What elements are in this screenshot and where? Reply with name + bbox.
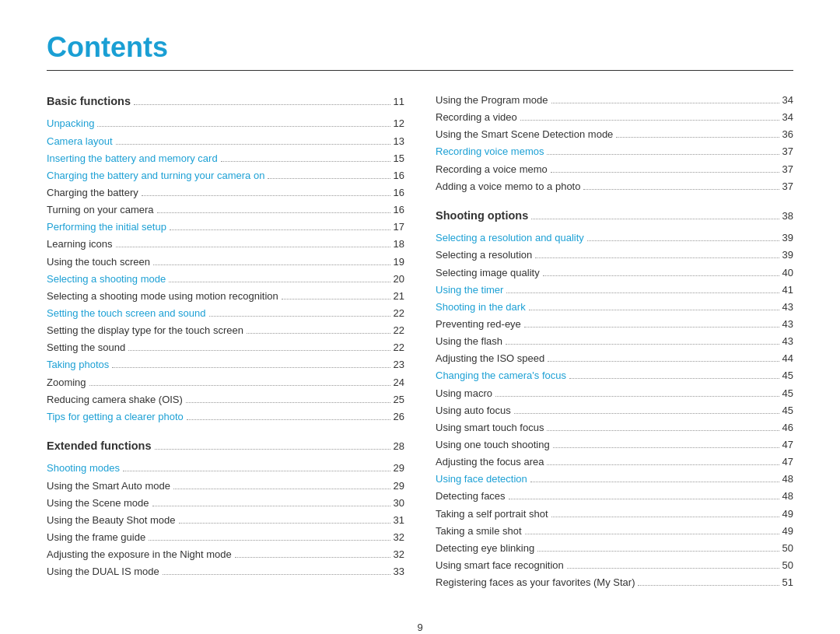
toc-section-shooting-options: Shooting options38Selecting a resolution… — [436, 207, 793, 590]
toc-item-label: Using the Smart Auto mode — [47, 478, 170, 494]
toc-item-label: Tips for getting a clearer photo — [47, 409, 184, 425]
toc-page-number: 44 — [782, 351, 793, 366]
toc-dots — [531, 219, 779, 219]
toc-dots — [583, 189, 779, 190]
toc-page-number: 50 — [782, 558, 793, 573]
toc-page-number: 34 — [782, 93, 793, 108]
toc-dots — [551, 517, 779, 517]
toc-item-label: Adjusting the ISO speed — [436, 351, 544, 366]
toc-item: Using the flash43 — [436, 334, 793, 349]
toc-page-number: 45 — [782, 403, 793, 419]
toc-dots — [116, 144, 390, 145]
page-number: 9 — [47, 622, 793, 633]
toc-page-number: 23 — [394, 357, 404, 373]
section-heading-label: Basic functions — [47, 93, 131, 110]
toc-dots — [173, 489, 390, 489]
toc-page-number: 46 — [782, 420, 793, 436]
toc-page-number: 15 — [394, 151, 404, 166]
toc-page-number: 22 — [394, 340, 404, 356]
toc-page-number: 16 — [394, 202, 404, 218]
toc-item: Inserting the battery and memory card15 — [47, 151, 404, 166]
page-title: Contents — [47, 31, 793, 64]
toc-item-label: Taking a self portrait shot — [436, 506, 548, 522]
toc-dots — [543, 275, 779, 276]
toc-dots — [268, 178, 390, 179]
toc-page-number: 19 — [394, 254, 404, 270]
toc-item-label: Learning icons — [47, 236, 113, 252]
toc-page-number: 48 — [782, 471, 793, 487]
toc-item-label: Taking photos — [47, 357, 109, 373]
toc-item-label: Using macro — [436, 386, 492, 401]
toc-item-label: Recording a video — [436, 110, 517, 125]
toc-item: Turning on your camera16 — [47, 202, 404, 218]
toc-page-number: 43 — [782, 317, 793, 332]
toc-dots — [209, 316, 390, 317]
toc-item: Using the Smart Auto mode29 — [47, 478, 404, 494]
toc-item-label: Reducing camera shake (OIS) — [47, 392, 183, 408]
toc-page-number: 18 — [394, 236, 404, 252]
toc-item: Adjusting the exposure in the Night mode… — [47, 547, 404, 562]
toc-dots — [548, 361, 779, 362]
toc-dots — [551, 103, 779, 103]
toc-item-label: Using one touch shooting — [436, 437, 550, 453]
toc-item-label: Using the Smart Scene Detection mode — [436, 127, 613, 142]
toc-page-number: 45 — [782, 386, 793, 401]
toc-item: Reducing camera shake (OIS)25 — [47, 392, 404, 408]
toc-dots — [547, 464, 779, 465]
toc-page-number: 49 — [782, 524, 793, 539]
toc-item: Adding a voice memo to a photo37 — [436, 179, 793, 194]
toc-dots — [509, 499, 779, 499]
toc-item: Learning icons18 — [47, 236, 404, 252]
toc-item: Using one touch shooting47 — [436, 437, 793, 453]
toc-item-label: Changing the camera's focus — [436, 368, 566, 384]
toc-page-number: 32 — [394, 530, 404, 545]
toc-item: Selecting a shooting mode using motion r… — [47, 289, 404, 304]
toc-dots — [235, 557, 390, 558]
toc-item-label: Selecting a shooting mode — [47, 271, 166, 287]
section-heading-page: 38 — [782, 208, 793, 224]
toc-section-basic-functions: Basic functions11Unpacking12Camera layou… — [47, 93, 404, 425]
toc-item: Shooting modes29 — [47, 461, 404, 476]
toc-item: Unpacking12 — [47, 116, 404, 131]
toc-item: Tips for getting a clearer photo26 — [47, 409, 404, 425]
toc-page-number: 45 — [782, 368, 793, 384]
toc-dots — [524, 327, 779, 328]
toc-dots — [155, 449, 390, 450]
toc-page-number: 37 — [782, 179, 793, 194]
toc-item: Using auto focus45 — [436, 403, 793, 419]
toc-item-label: Inserting the battery and memory card — [47, 151, 218, 166]
toc-item-label: Setting the sound — [47, 340, 125, 356]
toc-item-label: Selecting a resolution and quality — [436, 230, 584, 246]
toc-page-number: 37 — [782, 162, 793, 177]
toc-dots — [506, 292, 779, 293]
toc-dots — [638, 585, 779, 586]
toc-item: Using smart face recognition50 — [436, 558, 793, 573]
toc-page-number: 31 — [394, 513, 404, 528]
toc-dots — [134, 104, 390, 105]
toc-item: Detecting eye blinking50 — [436, 541, 793, 556]
toc-item: Adjusting the ISO speed44 — [436, 351, 793, 366]
toc-dots — [142, 195, 390, 196]
toc-item-label: Detecting eye blinking — [436, 541, 534, 556]
toc-item-label: Setting the touch screen and sound — [47, 306, 206, 321]
section-heading-page: 28 — [394, 439, 404, 454]
toc-dots — [282, 299, 390, 299]
toc-dots — [520, 120, 779, 121]
toc-item: Changing the camera's focus45 — [436, 368, 793, 384]
toc-item-label: Shooting modes — [47, 461, 120, 476]
toc-page-number: 16 — [394, 185, 404, 201]
toc-dots — [547, 430, 779, 431]
toc-item-label: Setting the display type for the touch s… — [47, 323, 243, 338]
toc-page-number: 37 — [782, 144, 793, 159]
toc-columns: Basic functions11Unpacking12Camera layou… — [47, 93, 793, 603]
toc-dots — [112, 367, 390, 368]
toc-page-number: 39 — [782, 230, 793, 246]
toc-item: Taking photos23 — [47, 357, 404, 373]
toc-item: Setting the sound22 — [47, 340, 404, 356]
toc-dots — [537, 551, 779, 552]
toc-item: Setting the touch screen and sound22 — [47, 306, 404, 321]
toc-dots — [535, 257, 779, 258]
toc-item-label: Using the touch screen — [47, 254, 150, 270]
toc-dots — [247, 333, 390, 334]
toc-item: Using macro45 — [436, 386, 793, 401]
